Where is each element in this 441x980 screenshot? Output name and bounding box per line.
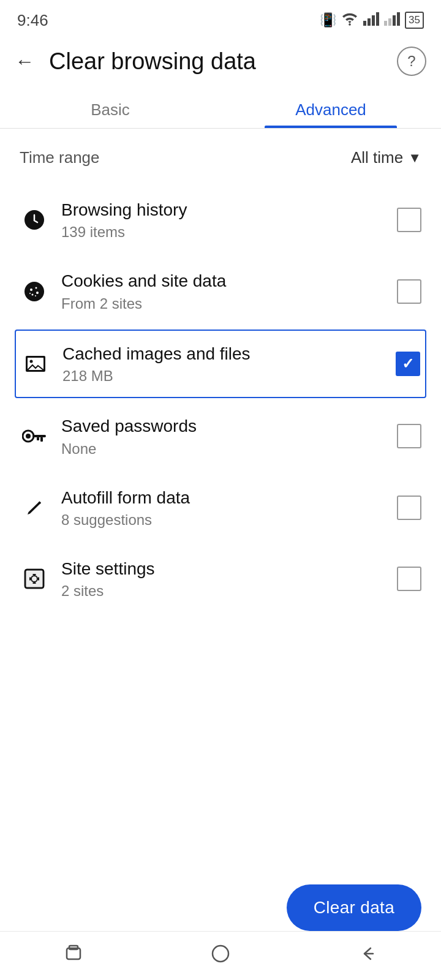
checkbox-site-settings[interactable] <box>397 567 421 591</box>
svg-rect-7 <box>393 15 396 26</box>
item-text-browsing-history: Browsing history 139 items <box>61 199 385 241</box>
svg-rect-2 <box>368 18 371 26</box>
battery-icon: 35 <box>405 12 424 29</box>
vibrate-icon: 📳 <box>320 12 336 28</box>
tab-basic[interactable]: Basic <box>0 88 221 128</box>
site-settings-icon <box>20 564 49 594</box>
item-title-autofill: Autofill form data <box>61 487 385 509</box>
svg-rect-3 <box>372 15 375 26</box>
status-bar: 9:46 📳 <box>0 0 441 37</box>
status-time: 9:46 <box>17 11 48 30</box>
time-range-row: Time range All time ▼ <box>0 129 441 184</box>
item-text-cached: Cached images and files 218 MB <box>62 343 383 385</box>
svg-rect-5 <box>384 21 387 26</box>
page-title: Clear browsing data <box>49 48 256 75</box>
key-icon <box>20 421 49 451</box>
pencil-icon <box>20 493 49 522</box>
item-subtitle-cached: 218 MB <box>62 368 383 385</box>
svg-rect-24 <box>37 437 39 440</box>
item-text-cookies: Cookies and site data From 2 sites <box>61 270 385 312</box>
checkbox-cookies[interactable] <box>397 279 421 304</box>
item-subtitle-cookies: From 2 sites <box>61 295 385 312</box>
bottom-area: Clear data <box>287 884 421 931</box>
item-row-browsing-history[interactable]: Browsing history 139 items <box>15 184 426 255</box>
checkbox-passwords[interactable] <box>397 424 421 448</box>
svg-point-13 <box>36 292 39 294</box>
svg-point-0 <box>349 23 351 26</box>
svg-rect-8 <box>397 12 400 26</box>
nav-bar <box>0 931 441 980</box>
svg-point-14 <box>32 293 34 295</box>
nav-recent-icon <box>63 943 84 968</box>
header-left: ← Clear browsing data <box>10 47 256 76</box>
help-icon: ? <box>407 53 415 70</box>
dropdown-arrow-icon: ▼ <box>408 150 421 166</box>
nav-back-icon <box>357 943 378 968</box>
item-list: Browsing history 139 items Cookies and s… <box>0 184 441 614</box>
item-text-autofill: Autofill form data 8 suggestions <box>61 487 385 529</box>
help-button[interactable]: ? <box>397 47 426 76</box>
nav-back-button[interactable] <box>348 937 387 976</box>
signal-icon <box>363 12 379 29</box>
svg-point-19 <box>30 360 33 363</box>
time-range-value: All time <box>351 148 403 167</box>
svg-point-16 <box>29 293 31 294</box>
nav-home-icon <box>210 943 231 968</box>
checkbox-autofill[interactable] <box>397 496 421 520</box>
time-range-dropdown[interactable]: All time ▼ <box>351 148 421 167</box>
svg-rect-23 <box>40 437 43 442</box>
clear-data-button[interactable]: Clear data <box>287 884 421 931</box>
item-row-cached[interactable]: Cached images and files 218 MB <box>15 330 426 398</box>
checkbox-browsing-history[interactable] <box>397 208 421 232</box>
svg-point-30 <box>213 946 228 962</box>
checkbox-cached[interactable] <box>396 352 420 376</box>
item-title-cookies: Cookies and site data <box>61 270 385 292</box>
item-title-site-settings: Site settings <box>61 558 385 580</box>
signal2-icon <box>384 12 400 29</box>
cookie-icon <box>20 277 49 306</box>
wifi-icon <box>341 12 358 29</box>
status-icons: 📳 <box>320 12 424 29</box>
time-range-label: Time range <box>20 148 100 167</box>
item-title-passwords: Saved passwords <box>61 415 385 437</box>
svg-rect-4 <box>376 12 379 26</box>
image-icon <box>21 349 50 379</box>
svg-point-12 <box>36 287 37 288</box>
item-subtitle-browsing-history: 139 items <box>61 224 385 241</box>
item-title-cached: Cached images and files <box>62 343 383 365</box>
item-subtitle-autofill: 8 suggestions <box>61 511 385 529</box>
item-text-passwords: Saved passwords None <box>61 415 385 457</box>
nav-home-button[interactable] <box>201 937 240 976</box>
item-subtitle-passwords: None <box>61 440 385 458</box>
svg-rect-22 <box>32 435 46 437</box>
item-row-site-settings[interactable]: Site settings 2 sites <box>15 543 426 614</box>
item-row-cookies[interactable]: Cookies and site data From 2 sites <box>15 255 426 326</box>
item-title-browsing-history: Browsing history <box>61 199 385 221</box>
tab-bar: Basic Advanced <box>0 88 441 129</box>
item-subtitle-site-settings: 2 sites <box>61 582 385 600</box>
item-row-autofill[interactable]: Autofill form data 8 suggestions <box>15 472 426 543</box>
svg-rect-26 <box>25 570 43 588</box>
svg-point-15 <box>35 295 36 296</box>
svg-rect-6 <box>388 18 391 26</box>
clock-icon <box>20 205 49 235</box>
svg-point-21 <box>26 434 31 439</box>
svg-point-10 <box>24 282 44 301</box>
back-button[interactable]: ← <box>10 47 39 76</box>
item-text-site-settings: Site settings 2 sites <box>61 558 385 600</box>
svg-point-11 <box>30 288 32 291</box>
back-arrow-icon: ← <box>15 50 34 73</box>
nav-recent-button[interactable] <box>54 937 93 976</box>
svg-rect-1 <box>363 21 366 26</box>
item-row-passwords[interactable]: Saved passwords None <box>15 401 426 472</box>
page-header: ← Clear browsing data ? <box>0 37 441 86</box>
tab-advanced[interactable]: Advanced <box>221 88 441 128</box>
